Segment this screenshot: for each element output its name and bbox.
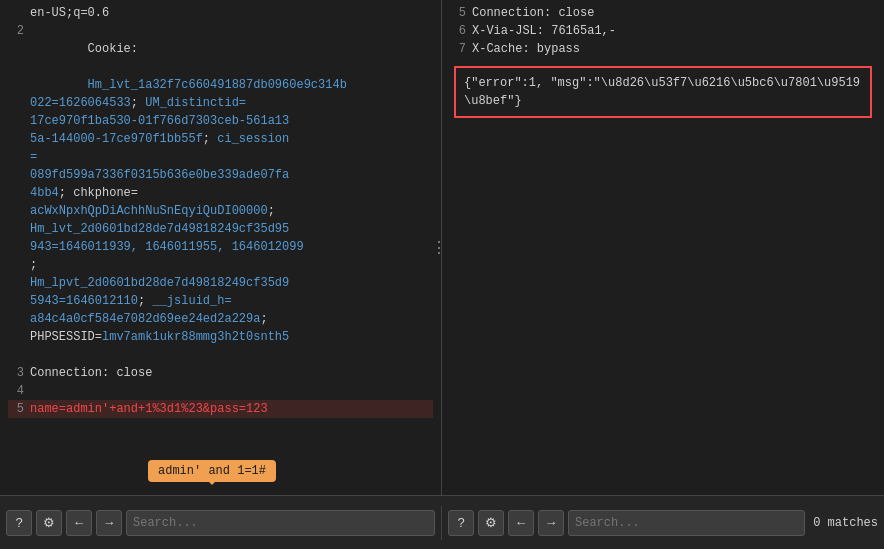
search-tooltip: admin' and 1=1# (148, 460, 276, 482)
settings-button-left[interactable]: ⚙ (36, 510, 62, 536)
line-number: 6 (450, 22, 466, 40)
forward-button-left[interactable]: → (96, 510, 122, 536)
gear-icon-left: ⚙ (43, 515, 55, 530)
right-panel: 5 Connection: close 6 X-Via-JSL: 76165a1… (442, 0, 884, 495)
line-number: 5 (8, 400, 24, 418)
error-response-box: {"error":1, "msg":"\u8d26\u53f7\u6216\u5… (454, 66, 872, 118)
line-number: 2 (8, 22, 24, 364)
help-button-right[interactable]: ? (448, 510, 474, 536)
gear-icon-right: ⚙ (485, 515, 497, 530)
line-content: Cookie: Hm_lvt_1a32f7c660491887db0960e9c… (30, 22, 433, 364)
question-icon-left: ? (15, 515, 22, 530)
arrow-left-icon-right: ← (515, 515, 528, 530)
line-content: X-Via-JSL: 76165a1,- (472, 22, 876, 40)
arrow-right-icon-left: → (103, 515, 116, 530)
tooltip-text: admin' and 1=1# (158, 464, 266, 478)
forward-button-right[interactable]: → (538, 510, 564, 536)
line-row: 2 Cookie: Hm_lvt_1a32f7c660491887db0960e… (8, 22, 433, 364)
drag-separator[interactable]: ⋮ (431, 238, 442, 258)
error-content: {"error":1, "msg":"\u8d26\u53f7\u6216\u5… (464, 76, 860, 108)
line-content: name=admin'+and+1%3d1%23&pass=123 (30, 400, 433, 418)
line-row: 6 X-Via-JSL: 76165a1,- (450, 22, 876, 40)
toolbar-left: ? ⚙ ← → admin' and 1=1# (0, 506, 442, 540)
line-content (30, 382, 433, 400)
line-row-highlighted: 5 name=admin'+and+1%3d1%23&pass=123 (8, 400, 433, 418)
search-input-left[interactable] (126, 510, 435, 536)
line-row: 5 Connection: close (450, 4, 876, 22)
line-content: Connection: close (30, 364, 433, 382)
line-number (8, 4, 24, 22)
line-content: en-US;q=0.6 (30, 4, 433, 22)
line-content: X-Cache: bypass (472, 40, 876, 58)
line-number: 7 (450, 40, 466, 58)
bottom-toolbar: ? ⚙ ← → admin' and 1=1# ? ⚙ ← → 0 mat (0, 495, 884, 549)
line-number: 5 (450, 4, 466, 22)
line-content: Connection: close (472, 4, 876, 22)
search-input-right[interactable] (568, 510, 805, 536)
question-icon-right: ? (457, 515, 464, 530)
line-row: 7 X-Cache: bypass (450, 40, 876, 58)
line-number: 4 (8, 382, 24, 400)
line-number: 3 (8, 364, 24, 382)
help-button-left[interactable]: ? (6, 510, 32, 536)
back-button-right[interactable]: ← (508, 510, 534, 536)
arrow-left-icon-left: ← (73, 515, 86, 530)
line-row: 3 Connection: close (8, 364, 433, 382)
line-row: en-US;q=0.6 (8, 4, 433, 22)
left-panel: en-US;q=0.6 2 Cookie: Hm_lvt_1a32f7c6604… (0, 0, 442, 495)
line-row: 4 (8, 382, 433, 400)
back-button-left[interactable]: ← (66, 510, 92, 536)
toolbar-right: ? ⚙ ← → 0 matches (442, 506, 884, 540)
settings-button-right[interactable]: ⚙ (478, 510, 504, 536)
main-area: en-US;q=0.6 2 Cookie: Hm_lvt_1a32f7c6604… (0, 0, 884, 495)
arrow-right-icon-right: → (545, 515, 558, 530)
matches-count: 0 matches (813, 516, 878, 530)
